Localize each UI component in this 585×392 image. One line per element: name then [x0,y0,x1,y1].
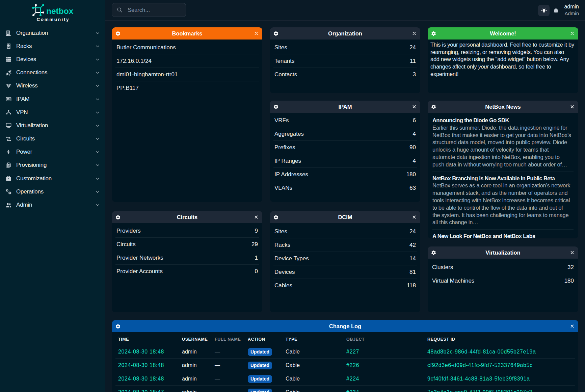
svg-text:netbox: netbox [46,6,74,16]
